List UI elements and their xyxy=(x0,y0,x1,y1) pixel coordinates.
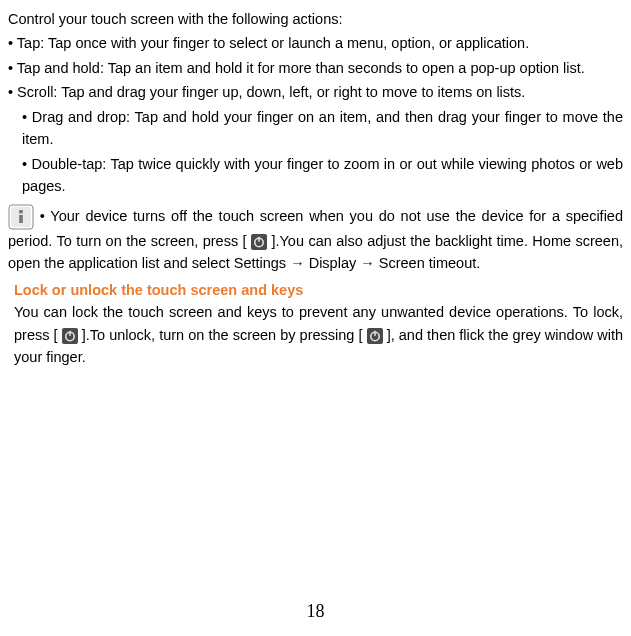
bullet-scroll: • Scroll: Tap and drag your finger up, d… xyxy=(8,81,623,103)
screen-off-block: • Your device turns off the touch screen… xyxy=(8,204,623,275)
lock-heading: Lock or unlock the touch screen and keys xyxy=(8,279,623,301)
power-icon xyxy=(251,234,267,250)
bullet-dragdrop: • Drag and drop: Tap and hold your finge… xyxy=(8,106,623,151)
info-icon xyxy=(8,204,34,230)
intro-text: Control your touch screen with the follo… xyxy=(8,8,623,30)
power-icon xyxy=(62,328,78,344)
page-number: 18 xyxy=(0,598,631,626)
lock-p2: ].To unlock, turn on the screen by press… xyxy=(82,327,363,343)
bullet-doubletap: • Double-tap: Tap twice quickly with you… xyxy=(8,153,623,198)
lock-paragraph: You can lock the touch screen and keys t… xyxy=(8,301,623,368)
svg-rect-2 xyxy=(19,210,23,213)
power-icon xyxy=(367,328,383,344)
bullet-taphold: • Tap and hold: Tap an item and hold it … xyxy=(8,57,623,79)
svg-rect-3 xyxy=(19,215,23,223)
bullet-tap: • Tap: Tap once with your finger to sele… xyxy=(8,32,623,54)
svg-rect-9 xyxy=(69,331,71,336)
svg-rect-6 xyxy=(258,237,260,242)
svg-rect-10 xyxy=(367,328,383,344)
svg-rect-4 xyxy=(251,234,267,250)
svg-rect-12 xyxy=(374,331,376,336)
svg-rect-7 xyxy=(62,328,78,344)
